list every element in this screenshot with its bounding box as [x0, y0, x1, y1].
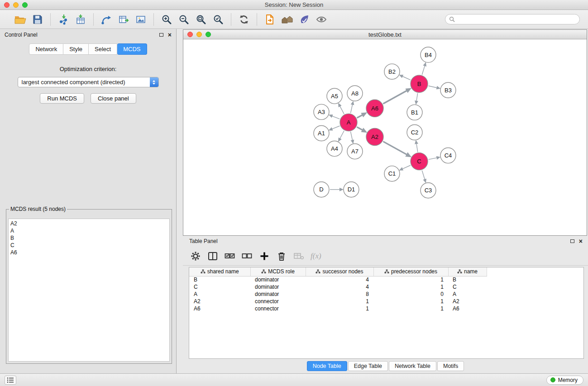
open-session-file-button[interactable] [261, 11, 278, 28]
mcds-result-list[interactable]: A2ABCA6 [8, 219, 170, 362]
zoom-window-button[interactable] [22, 2, 28, 8]
column-header-name[interactable]: name [448, 267, 487, 276]
table-cell[interactable]: A [448, 291, 487, 298]
graph-node-C1[interactable]: C1 [384, 166, 400, 181]
column-header-mcds-role[interactable]: MCDS role [250, 267, 306, 276]
close-panel-button[interactable]: Close panel [91, 93, 136, 104]
column-header-shared-name[interactable]: shared name [189, 267, 250, 276]
table-cell[interactable]: connector [250, 305, 306, 312]
graph-edge-A-A8[interactable] [351, 105, 353, 113]
result-item[interactable]: C [10, 242, 167, 249]
table-cell[interactable]: dominator [250, 291, 306, 298]
memory-button[interactable]: Memory [546, 376, 583, 385]
column-header-predecessor-nodes[interactable]: predecessor nodes [373, 267, 448, 276]
graph-edge-A-A2[interactable] [357, 127, 363, 130]
select-all-button[interactable] [223, 249, 237, 263]
table-cell[interactable]: A6 [189, 305, 250, 312]
table-cell[interactable]: A2 [448, 298, 487, 305]
graph-node-C[interactable]: C [411, 153, 428, 170]
table-cell[interactable]: 8 [306, 291, 373, 298]
graph-node-B1[interactable]: B1 [407, 105, 422, 120]
graph-node-A3[interactable]: A3 [314, 104, 329, 119]
table-cell[interactable]: 1 [373, 283, 448, 291]
graph-edge-C-C3[interactable] [422, 171, 425, 180]
open-session-button[interactable] [12, 11, 29, 28]
table-cell[interactable]: B [189, 276, 250, 283]
tab-style[interactable]: Style [63, 43, 89, 55]
export-network-button[interactable] [98, 11, 115, 28]
search-field[interactable] [445, 14, 580, 24]
tab-edge-table[interactable]: Edge Table [348, 361, 388, 371]
graph-node-A8[interactable]: A8 [347, 86, 363, 101]
add-column-button[interactable] [257, 249, 271, 263]
graph-edge-C-C4[interactable] [429, 158, 437, 160]
network-window-titlebar[interactable]: testGlobe.txt [183, 30, 587, 39]
graph-node-D1[interactable]: D1 [344, 182, 359, 197]
search-input[interactable] [457, 16, 576, 23]
refresh-button[interactable] [235, 11, 253, 28]
graph-edge-A-A3[interactable] [332, 116, 339, 119]
graph-edge-A-A6[interactable] [357, 115, 363, 118]
network-graph[interactable]: B4B2BB3A5A8A6B1A3AC2A1A2A4A7C4CC1C3DD1 [183, 39, 587, 235]
graph-edge-B-B4[interactable] [422, 66, 425, 75]
table-row[interactable]: Bdominator41B [189, 276, 487, 283]
table-cell[interactable]: 1 [306, 305, 373, 312]
tab-node-table[interactable]: Node Table [307, 361, 347, 371]
table-cell[interactable]: 4 [306, 276, 373, 283]
close-window-button[interactable] [4, 2, 10, 8]
graph-edge-C-C1[interactable] [402, 165, 411, 169]
graph-node-B[interactable]: B [411, 75, 428, 92]
graph-node-A6[interactable]: A6 [366, 100, 383, 117]
table-cell[interactable]: 4 [306, 283, 373, 291]
graph-node-A[interactable]: A [340, 114, 357, 131]
graph-node-A1[interactable]: A1 [314, 125, 329, 141]
zoom-fit-button[interactable] [192, 11, 210, 28]
save-session-button[interactable] [29, 11, 46, 28]
optimization-criterion-dropdown[interactable]: largest connected component (directed) [18, 77, 159, 87]
minimize-window-button[interactable] [13, 2, 19, 8]
graph-edge-A2-C[interactable] [383, 142, 406, 155]
graph-node-A2[interactable]: A2 [366, 128, 383, 145]
zoom-in-button[interactable] [158, 11, 175, 28]
graph-node-B4[interactable]: B4 [421, 47, 436, 62]
zoom-out-button[interactable] [175, 11, 192, 28]
run-mcds-button[interactable]: Run MCDS [40, 93, 84, 104]
close-panel-icon[interactable]: × [168, 32, 172, 38]
table-row[interactable]: A2connector11A2 [189, 298, 487, 305]
close-table-panel-icon[interactable]: × [579, 238, 583, 244]
network-canvas[interactable]: B4B2BB3A5A8A6B1A3AC2A1A2A4A7C4CC1C3DD1 [183, 39, 587, 235]
table-cell[interactable]: A2 [189, 298, 250, 305]
graph-node-A4[interactable]: A4 [327, 141, 342, 157]
table-cell[interactable]: 1 [373, 298, 448, 305]
graph-node-C2[interactable]: C2 [407, 124, 422, 140]
deselect-all-button[interactable] [240, 249, 254, 263]
show-panels-button[interactable] [5, 376, 16, 385]
table-cell[interactable]: C [448, 283, 487, 291]
graph-edge-A6-B[interactable] [383, 91, 406, 104]
graph-node-C3[interactable]: C3 [421, 183, 436, 198]
table-row[interactable]: Adominator80A [189, 291, 487, 298]
show-columns-button[interactable] [206, 249, 220, 263]
network-close-button[interactable] [187, 32, 193, 37]
table-cell[interactable]: dominator [250, 283, 306, 291]
table-settings-button[interactable] [188, 249, 202, 263]
show-hide-button[interactable] [313, 11, 330, 28]
table-cell[interactable]: 1 [373, 305, 448, 312]
table-cell[interactable]: dominator [250, 276, 306, 283]
graph-edge-A-A5[interactable] [340, 106, 344, 114]
tab-select[interactable]: Select [89, 43, 117, 55]
apply-style-button[interactable] [296, 11, 313, 28]
table-cell[interactable]: C [189, 283, 250, 291]
graph-edge-A-A4[interactable] [340, 131, 344, 139]
graph-node-A7[interactable]: A7 [347, 144, 363, 159]
network-zoom-button[interactable] [206, 32, 211, 37]
network-minimize-button[interactable] [196, 32, 202, 37]
graph-node-C4[interactable]: C4 [440, 148, 456, 163]
graph-node-A5[interactable]: A5 [327, 88, 342, 104]
table-cell[interactable]: connector [250, 298, 306, 305]
column-header-successor-nodes[interactable]: successor nodes [306, 267, 373, 276]
graph-node-B2[interactable]: B2 [384, 64, 400, 79]
tab-motifs[interactable]: Motifs [437, 361, 464, 371]
tab-network-table[interactable]: Network Table [389, 361, 436, 371]
tab-mcds[interactable]: MCDS [117, 43, 147, 55]
